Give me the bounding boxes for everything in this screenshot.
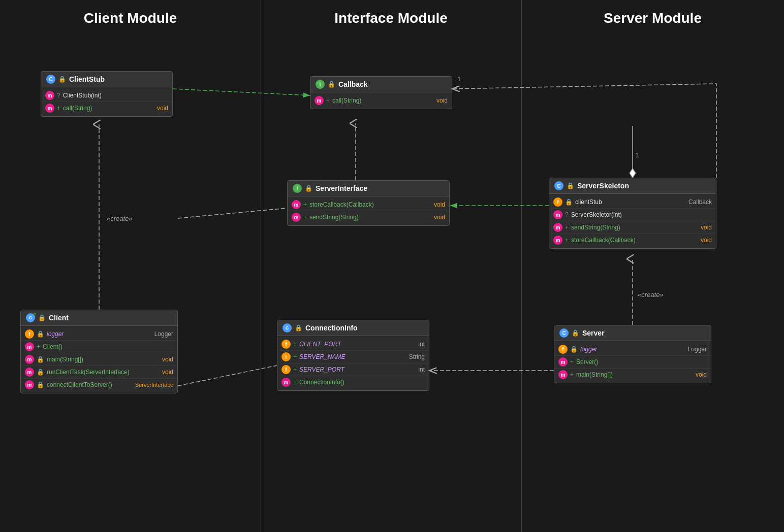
callback-class: i 🔒 Callback m + call(String) void xyxy=(310,76,452,109)
serverinterface-class: i 🔒 ServerInterface m + storeCallback(Ca… xyxy=(287,180,450,226)
clientstub-call-row: m + call(String) void xyxy=(41,102,172,114)
server-class: C 🔒 Server f 🔒 logger Logger m + Server(… xyxy=(554,325,711,383)
interface-module-title: Interface Module xyxy=(261,10,521,26)
serverskeleton-type-icon: C xyxy=(554,181,563,190)
connectioninfo-class: C 🔒 ConnectionInfo f + CLIENT_PORT int f… xyxy=(277,320,429,391)
create-label-1: «create» xyxy=(107,215,133,222)
connectioninfo-name: ConnectionInfo xyxy=(305,324,358,332)
server-port-row: f + SERVER_PORT int xyxy=(277,363,429,376)
clientstub-field-row: f 🔒 clientStub Callback xyxy=(549,196,716,209)
client-to-connectioninfo-arrow xyxy=(178,365,277,386)
client-to-serverinterface-arrow xyxy=(178,208,287,218)
serverskeleton-constructor-row: m ? ServerSkeletor(int) xyxy=(549,209,716,221)
client-connect-row: m 🔒 connectClientToServer() ServerInterf… xyxy=(21,379,177,391)
serverinterface-type-icon: i xyxy=(293,184,302,193)
serverskeleton-to-callback-arrow xyxy=(452,84,716,178)
callback-type-icon: i xyxy=(316,80,325,89)
server-name-row: f + SERVER_NAME String xyxy=(277,351,429,363)
serverskeleton-class: C 🔒 ServerSkeleton f 🔒 clientStub Callba… xyxy=(549,178,716,249)
clientstub-name: ClientStub xyxy=(69,75,105,83)
client-class-name: Client xyxy=(49,314,69,322)
clientstub-type-icon: C xyxy=(46,75,55,84)
client-constructor-row: m + Client() xyxy=(21,341,177,353)
client-main-row: m 🔒 main(String[]) void xyxy=(21,353,177,366)
server-module-title: Server Module xyxy=(521,10,784,26)
storecallback-row: m + storeCallback(Callback) void xyxy=(288,198,449,211)
multiplicity-1-label: 1 xyxy=(457,75,461,83)
clientstub-constructor-row: m ? ClientStub(int) xyxy=(41,89,172,102)
clientstub-to-callback-arrow xyxy=(173,89,310,95)
create-label-2: «create» xyxy=(638,291,664,298)
client-class: C ↺ 🔒 Client f 🔒 logger Logger m + Clien… xyxy=(20,310,178,393)
multiplicity-2-label: 1 xyxy=(635,151,639,159)
callback-call-row: m + call(String) void xyxy=(310,94,452,107)
server-constructor-row: m + Server() xyxy=(554,356,711,369)
clientstub-class: C 🔒 ClientStub m ? ClientStub(int) m + c… xyxy=(41,71,173,117)
client-logger-row: f 🔒 logger Logger xyxy=(21,328,177,341)
callback-name: Callback xyxy=(338,80,368,88)
client-port-row: f + CLIENT_PORT int xyxy=(277,338,429,351)
client-runclienttask-row: m 🔒 runClientTask(ServerInterface) void xyxy=(21,366,177,379)
server-class-name: Server xyxy=(582,329,605,337)
serverinterface-name: ServerInterface xyxy=(316,184,367,192)
sendstring-si-row: m + sendString(String) void xyxy=(288,211,449,223)
serverskeleton-name: ServerSkeleton xyxy=(577,182,629,190)
client-module-title: Client Module xyxy=(0,10,261,26)
connectioninfo-constructor-row: m + ConnectionInfo() xyxy=(277,376,429,388)
serverskeleton-sendstring-row: m + sendString(String) void xyxy=(549,221,716,234)
server-main-row: m + main(String[]) void xyxy=(554,369,711,381)
server-logger-row: f 🔒 logger Logger xyxy=(554,343,711,356)
serverskeleton-storecallback-row: m + storeCallback(Callback) void xyxy=(549,234,716,246)
